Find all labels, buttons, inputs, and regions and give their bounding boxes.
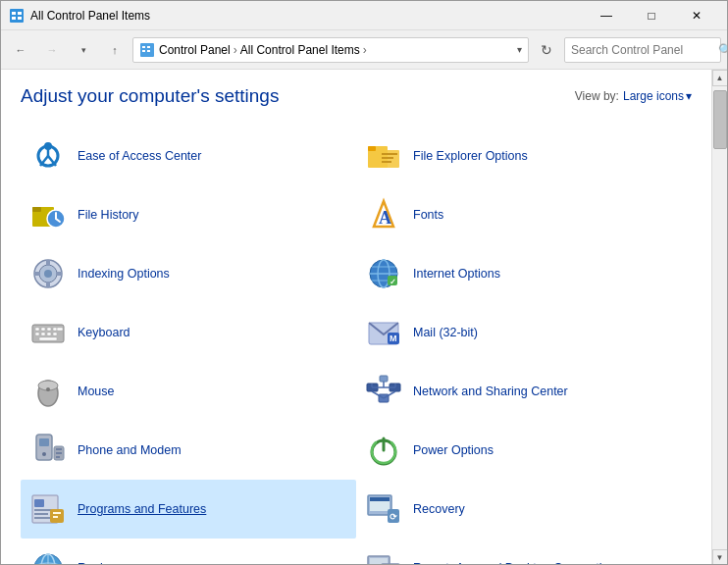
item-internet-options[interactable]: ✓ Internet Options [356,244,692,303]
remoteapp-icon [364,548,403,565]
svg-rect-18 [382,153,397,155]
svg-rect-0 [10,9,24,23]
file-history-icon [28,195,68,234]
minimize-button[interactable]: — [584,1,629,30]
scroll-track[interactable] [712,86,727,549]
svg-rect-32 [56,272,62,276]
svg-text:⟳: ⟳ [390,512,397,522]
svg-point-71 [42,452,46,456]
svg-point-57 [46,387,50,391]
breadcrumb-all-items[interactable]: All Control Panel Items [240,43,360,57]
search-input[interactable] [571,43,718,57]
title-bar: All Control Panel Items — □ ✕ [1,1,727,30]
svg-rect-46 [41,333,45,335]
svg-rect-44 [53,328,57,331]
search-icon: 🔍 [718,43,728,57]
network-sharing-label: Network and Sharing Center [413,384,568,399]
indexing-options-label: Indexing Options [78,266,170,282]
recovery-icon: ⟳ [364,489,403,529]
phone-modem-label: Phone and Modem [78,442,182,458]
svg-rect-7 [147,46,150,48]
svg-rect-48 [53,333,57,335]
file-history-label: File History [78,207,139,223]
item-mouse[interactable]: Mouse [21,362,356,421]
scroll-down-button[interactable]: ▼ [712,549,728,565]
remoteapp-label: RemoteApp and Desktop Connections [413,560,622,565]
view-by-label: View by: [575,89,619,103]
mouse-label: Mouse [78,384,115,399]
svg-rect-73 [56,448,62,450]
item-fonts[interactable]: A Fonts [356,185,692,244]
svg-rect-49 [57,328,63,331]
view-by-control: View by: Large icons ▾ [575,89,692,103]
svg-rect-84 [53,512,61,514]
svg-rect-75 [56,456,60,458]
breadcrumb-sep-2: › [363,43,367,57]
item-remoteapp[interactable]: RemoteApp and Desktop Connections [356,539,692,565]
close-button[interactable]: ✕ [674,1,719,30]
scroll-thumb[interactable] [713,90,727,149]
search-box[interactable]: 🔍 [564,37,721,63]
address-bar: ← → ▾ ↑ Control Panel › All Control Pane… [1,30,727,70]
item-network-sharing[interactable]: Network and Sharing Center [356,362,692,421]
fonts-icon: A [364,195,403,234]
internet-options-icon: ✓ [364,254,403,293]
breadcrumb-control-panel[interactable]: Control Panel [159,43,231,57]
svg-rect-9 [147,50,150,52]
region-icon [28,548,68,565]
item-indexing-options[interactable]: Indexing Options [21,244,356,303]
svg-rect-4 [18,17,22,20]
svg-point-28 [44,270,52,278]
item-mail[interactable]: M Mail (32-bit) [356,303,692,362]
svg-rect-50 [39,337,57,340]
up-button[interactable]: ↑ [101,36,129,64]
forward-button[interactable]: → [38,36,66,64]
svg-rect-1 [12,12,16,15]
back-button[interactable]: ← [7,36,34,64]
svg-rect-19 [382,157,393,159]
maximize-button[interactable]: □ [629,1,674,30]
ease-of-access-icon [28,136,68,176]
scroll-up-button[interactable]: ▲ [712,70,728,86]
item-region[interactable]: Region [21,539,356,565]
svg-rect-45 [35,333,39,335]
item-file-explorer-options[interactable]: File Explorer Options [356,127,692,185]
region-label: Region [78,560,117,565]
svg-rect-3 [12,17,16,20]
power-options-icon [364,431,403,470]
svg-rect-69 [36,435,52,460]
refresh-button[interactable]: ↻ [533,36,560,64]
mail-icon: M [364,313,403,352]
svg-text:M: M [390,334,397,343]
address-dropdown-button[interactable]: ▾ [517,44,522,55]
svg-rect-74 [56,452,62,454]
content-area: Adjust your computer's settings View by:… [1,70,711,565]
power-options-label: Power Options [413,442,494,458]
svg-rect-80 [34,509,52,511]
item-recovery[interactable]: ⟳ Recovery [356,480,692,539]
address-path: Control Panel › All Control Panel Items … [132,37,529,63]
item-file-history[interactable]: File History [21,185,356,244]
svg-rect-82 [34,517,50,519]
svg-rect-63 [380,376,388,382]
mail-label: Mail (32-bit) [413,325,478,340]
item-ease-of-access[interactable]: Ease of Access Center [21,127,356,185]
svg-rect-8 [142,50,145,52]
svg-rect-22 [32,207,41,212]
scrollbar: ▲ ▼ [711,70,727,565]
svg-rect-20 [382,161,391,163]
item-power-options[interactable]: Power Options [356,421,692,480]
svg-rect-70 [39,438,49,446]
svg-rect-88 [370,497,390,501]
phone-modem-icon [28,431,68,470]
item-phone-modem[interactable]: Phone and Modem [21,421,356,480]
fonts-label: Fonts [413,207,443,223]
svg-rect-6 [142,46,145,48]
item-keyboard[interactable]: Keyboard [21,303,356,362]
item-programs-features[interactable]: Programs and Features [21,480,356,539]
recent-locations-button[interactable]: ▾ [70,36,97,64]
svg-text:✓: ✓ [390,278,396,286]
svg-rect-85 [53,516,58,518]
indexing-options-icon [28,254,68,293]
view-by-button[interactable]: Large icons ▾ [623,89,692,103]
